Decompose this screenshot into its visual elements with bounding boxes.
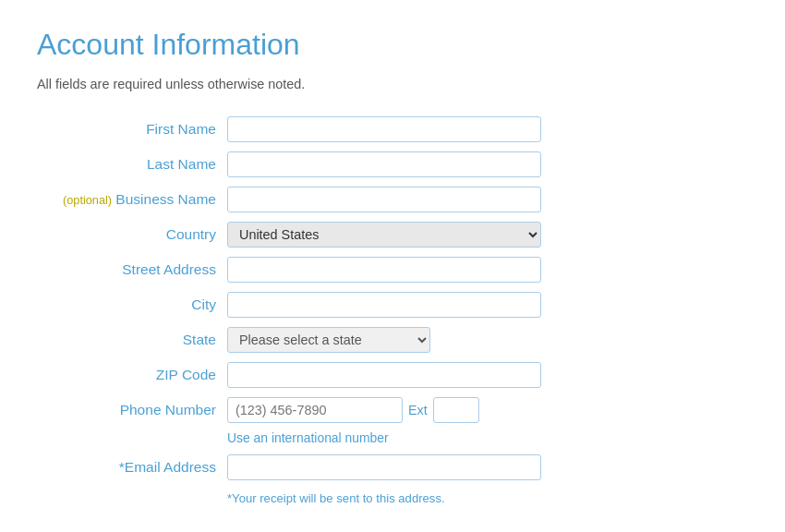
email-row: *Email Address bbox=[37, 450, 748, 485]
optional-label: (optional) bbox=[63, 193, 112, 207]
last-name-cell bbox=[222, 147, 748, 182]
last-name-input[interactable] bbox=[227, 151, 541, 177]
zip-code-input[interactable] bbox=[227, 362, 541, 388]
state-label: State bbox=[37, 322, 222, 357]
intl-link-row: Use an international number bbox=[37, 428, 748, 450]
first-name-label: First Name bbox=[37, 112, 222, 147]
receipt-note-row: *Your receipt will be sent to this addre… bbox=[37, 485, 748, 511]
business-name-input[interactable] bbox=[227, 187, 541, 212]
street-address-row: Street Address bbox=[37, 252, 748, 287]
city-label: City bbox=[37, 287, 222, 322]
street-address-label: Street Address bbox=[37, 252, 222, 287]
intl-number-link[interactable]: Use an international number bbox=[227, 430, 389, 445]
business-name-text: Business Name bbox=[115, 191, 216, 207]
country-label: Country bbox=[37, 217, 222, 252]
ext-label: Ext bbox=[408, 403, 428, 417]
business-name-label: (optional) Business Name bbox=[37, 182, 222, 217]
last-name-label: Last Name bbox=[37, 147, 222, 182]
zip-code-cell bbox=[222, 357, 748, 393]
last-name-row: Last Name bbox=[37, 147, 748, 182]
phone-input[interactable] bbox=[227, 397, 403, 423]
city-row: City bbox=[37, 287, 748, 322]
page-title: Account Information bbox=[37, 28, 748, 62]
state-row: State Please select a state Alabama Alas… bbox=[37, 322, 748, 357]
account-form: First Name Last Name (optional) Business… bbox=[37, 112, 748, 511]
email-label-text: Email Address bbox=[125, 459, 216, 475]
phone-group: Ext bbox=[227, 397, 743, 423]
street-address-input[interactable] bbox=[227, 257, 541, 283]
country-row: Country United States Canada United King… bbox=[37, 217, 748, 252]
country-select[interactable]: United States Canada United Kingdom bbox=[227, 222, 541, 248]
street-address-cell bbox=[222, 252, 748, 287]
state-select[interactable]: Please select a state Alabama Alaska Ari… bbox=[227, 327, 430, 353]
zip-code-row: ZIP Code bbox=[37, 357, 748, 393]
phone-label: Phone Number bbox=[37, 393, 222, 428]
first-name-input[interactable] bbox=[227, 116, 541, 142]
phone-cell: Ext bbox=[222, 393, 748, 428]
phone-row: Phone Number Ext bbox=[37, 393, 748, 428]
business-name-row: (optional) Business Name bbox=[37, 182, 748, 217]
first-name-cell bbox=[222, 112, 748, 147]
zip-code-label: ZIP Code bbox=[37, 357, 222, 393]
receipt-note: *Your receipt will be sent to this addre… bbox=[227, 491, 445, 505]
email-label: *Email Address bbox=[37, 450, 222, 485]
city-input[interactable] bbox=[227, 292, 541, 318]
form-subtitle: All fields are required unless otherwise… bbox=[37, 77, 748, 91]
ext-input[interactable] bbox=[433, 397, 479, 423]
email-input[interactable] bbox=[227, 454, 541, 480]
email-cell bbox=[222, 450, 748, 485]
state-cell: Please select a state Alabama Alaska Ari… bbox=[222, 322, 748, 357]
city-cell bbox=[222, 287, 748, 322]
first-name-row: First Name bbox=[37, 112, 748, 147]
country-cell: United States Canada United Kingdom bbox=[222, 217, 748, 252]
business-name-cell bbox=[222, 182, 748, 217]
